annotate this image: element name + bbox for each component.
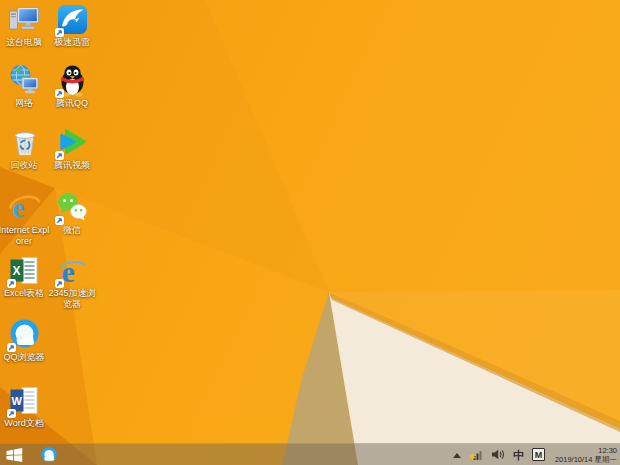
system-tray: 中 M 12:30 2019/10/14 星期一: [453, 444, 617, 465]
network-status-icon[interactable]: [469, 448, 484, 461]
shortcut-arrow-icon: [55, 28, 64, 37]
qq-browser-icon: [8, 318, 41, 351]
desktop-icon-label: 腾讯视频: [54, 160, 90, 171]
desktop-icon-qq-browser[interactable]: QQ浏览器: [0, 318, 53, 363]
desktop-icon-wechat[interactable]: 微信: [43, 191, 101, 236]
clock-time: 12:30: [555, 446, 617, 455]
windows-desktop: 这台电脑 极速迅雷: [0, 0, 620, 465]
desktop-icon-2345-browser[interactable]: e 2345加速浏览器: [43, 254, 101, 310]
show-hidden-icons-button[interactable]: [453, 453, 461, 458]
2345-browser-icon: e: [56, 254, 89, 287]
shortcut-arrow-icon: [55, 89, 64, 98]
svg-text:X: X: [12, 264, 20, 278]
windows-logo-icon: [6, 448, 23, 462]
shortcut-arrow-icon: [7, 343, 16, 352]
desktop-icon-label: 回收站: [11, 160, 38, 171]
start-button[interactable]: [6, 448, 23, 462]
desktop-icon-word[interactable]: W Word文档: [0, 384, 53, 429]
taskbar-qq-browser-button[interactable]: [40, 446, 58, 464]
desktop-icon-label: Excel表格: [4, 288, 44, 299]
taskbar: 中 M 12:30 2019/10/14 星期一: [0, 443, 620, 465]
excel-icon: X: [8, 254, 41, 287]
clock-date: 2019/10/14 星期一: [555, 455, 617, 464]
desktop-icon-label: 这台电脑: [6, 37, 42, 48]
shortcut-arrow-icon: [7, 409, 16, 418]
word-icon: W: [8, 384, 41, 417]
qq-penguin-icon: [56, 64, 89, 97]
desktop-icon-label: QQ浏览器: [3, 352, 44, 363]
shortcut-arrow-icon: [55, 151, 64, 160]
taskbar-clock[interactable]: 12:30 2019/10/14 星期一: [553, 446, 617, 464]
computer-icon: [8, 3, 41, 36]
qq-browser-icon: [40, 446, 58, 464]
thunder-icon: [56, 3, 89, 36]
ime-mode-indicator[interactable]: M: [532, 448, 545, 461]
tencent-video-icon: [56, 126, 89, 159]
desktop-icon-thunder[interactable]: 极速迅雷: [43, 3, 101, 48]
volume-icon[interactable]: [492, 449, 505, 460]
recycle-bin-icon: [8, 126, 41, 159]
desktop-icon-label: 2345加速浏览器: [46, 288, 98, 310]
desktop-icon-qq[interactable]: 腾讯QQ: [43, 64, 101, 109]
svg-text:W: W: [11, 395, 22, 407]
desktop-icon-tencent-video[interactable]: 腾讯视频: [43, 126, 101, 171]
shortcut-arrow-icon: [55, 216, 64, 225]
ime-language-indicator[interactable]: 中: [513, 449, 524, 461]
ie-icon: e: [8, 191, 41, 224]
desktop-icon-label: 极速迅雷: [54, 37, 90, 48]
shortcut-arrow-icon: [7, 279, 16, 288]
desktop-icon-label: 腾讯QQ: [56, 98, 88, 109]
desktop-icon-label: 微信: [63, 225, 81, 236]
network-globe-icon: [8, 64, 41, 97]
desktop-icon-label: 网络: [15, 98, 33, 109]
desktop-icon-label: Word文档: [4, 418, 43, 429]
wechat-icon: [56, 191, 89, 224]
shortcut-arrow-icon: [55, 279, 64, 288]
